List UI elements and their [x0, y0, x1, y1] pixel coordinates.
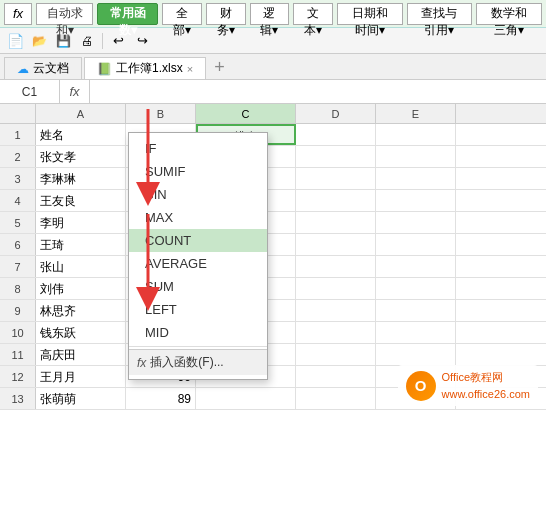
- col-header-c[interactable]: C: [196, 104, 296, 123]
- cell-b13[interactable]: 89: [126, 388, 196, 409]
- cell-a8[interactable]: 刘伟: [36, 278, 126, 299]
- text-btn[interactable]: 文本▾: [293, 3, 333, 25]
- cell-d5[interactable]: [296, 212, 376, 233]
- cell-d10[interactable]: [296, 322, 376, 343]
- cell-d9[interactable]: [296, 300, 376, 321]
- dropdown-item-sum[interactable]: SUM: [129, 275, 267, 298]
- dropdown-item-max[interactable]: MAX: [129, 206, 267, 229]
- row-num: 1: [0, 124, 36, 145]
- cell-e6[interactable]: [376, 234, 456, 255]
- cell-a2[interactable]: 张文孝: [36, 146, 126, 167]
- table-row: 3 李琳琳 82: [0, 168, 546, 190]
- cell-d2[interactable]: [296, 146, 376, 167]
- dropdown-item-sumif[interactable]: SUMIF: [129, 160, 267, 183]
- row-num: 8: [0, 278, 36, 299]
- modified-indicator: ×: [187, 63, 193, 75]
- fx-label: fx: [60, 80, 90, 103]
- cell-a6[interactable]: 王琦: [36, 234, 126, 255]
- formula-input[interactable]: [90, 85, 546, 99]
- cell-a4[interactable]: 王友良: [36, 190, 126, 211]
- table-row: 2 张文孝 95: [0, 146, 546, 168]
- insert-function-btn[interactable]: fx: [4, 3, 32, 25]
- all-btn[interactable]: 全部▾: [162, 3, 202, 25]
- formula-bar: C1 fx: [0, 80, 546, 104]
- cell-d12[interactable]: [296, 366, 376, 387]
- new-btn[interactable]: 📄: [4, 31, 26, 51]
- row-num: 11: [0, 344, 36, 365]
- cell-a9[interactable]: 林思齐: [36, 300, 126, 321]
- watermark-text: Office教程网 www.office26.com: [442, 369, 530, 402]
- cell-e5[interactable]: [376, 212, 456, 233]
- cell-e11[interactable]: [376, 344, 456, 365]
- print-btn[interactable]: 🖨: [76, 31, 98, 51]
- row-num: 5: [0, 212, 36, 233]
- col-header-a[interactable]: A: [36, 104, 126, 123]
- name-box[interactable]: C1: [0, 80, 60, 103]
- cloud-icon: ☁: [17, 62, 29, 76]
- row-num: 7: [0, 256, 36, 277]
- cell-e2[interactable]: [376, 146, 456, 167]
- row-num: 2: [0, 146, 36, 167]
- cell-a10[interactable]: 钱东跃: [36, 322, 126, 343]
- dropdown-insert-function[interactable]: fx 插入函数(F)...: [129, 349, 267, 375]
- logic-btn[interactable]: 逻辑▾: [250, 3, 290, 25]
- table-row: 11 高庆田 50: [0, 344, 546, 366]
- cell-e9[interactable]: [376, 300, 456, 321]
- cell-a3[interactable]: 李琳琳: [36, 168, 126, 189]
- row-num: 13: [0, 388, 36, 409]
- dropdown-menu: IF SUMIF SIN MAX COUNT AVERAGE SUM LEFT …: [128, 132, 268, 380]
- cell-d7[interactable]: [296, 256, 376, 277]
- lookup-btn[interactable]: 查找与引用▾: [407, 3, 473, 25]
- cell-a1[interactable]: 姓名: [36, 124, 126, 145]
- cell-e1[interactable]: [376, 124, 456, 145]
- table-row: 9 林思齐 93: [0, 300, 546, 322]
- common-func-btn[interactable]: 常用函数▾: [97, 3, 158, 25]
- finance-btn[interactable]: 财务▾: [206, 3, 246, 25]
- tab-workbook[interactable]: 📗 工作簿1.xlsx ×: [84, 57, 206, 79]
- dropdown-item-left[interactable]: LEFT: [129, 298, 267, 321]
- new-tab-btn[interactable]: +: [208, 55, 231, 79]
- cell-a5[interactable]: 李明: [36, 212, 126, 233]
- col-header-b[interactable]: B: [126, 104, 196, 123]
- undo-btn[interactable]: ↩: [107, 31, 129, 51]
- cell-d11[interactable]: [296, 344, 376, 365]
- row-num: 3: [0, 168, 36, 189]
- insert-fx-icon: fx: [137, 356, 146, 370]
- cell-a12[interactable]: 王月月: [36, 366, 126, 387]
- cell-e8[interactable]: [376, 278, 456, 299]
- dropdown-item-sin[interactable]: SIN: [129, 183, 267, 206]
- cell-e3[interactable]: [376, 168, 456, 189]
- cell-a13[interactable]: 张萌萌: [36, 388, 126, 409]
- watermark: O Office教程网 www.office26.com: [398, 365, 538, 406]
- dropdown-item-if[interactable]: IF: [129, 137, 267, 160]
- open-btn[interactable]: 📂: [28, 31, 50, 51]
- cell-c13[interactable]: [196, 388, 296, 409]
- table-row: 5 李明 92: [0, 212, 546, 234]
- cell-a7[interactable]: 张山: [36, 256, 126, 277]
- cell-e4[interactable]: [376, 190, 456, 211]
- dropdown-item-average[interactable]: AVERAGE: [129, 252, 267, 275]
- tab-cloud-doc[interactable]: ☁ 云文档: [4, 57, 82, 79]
- row-num: 6: [0, 234, 36, 255]
- cell-d1[interactable]: [296, 124, 376, 145]
- cell-d13[interactable]: [296, 388, 376, 409]
- redo-btn[interactable]: ↪: [131, 31, 153, 51]
- col-header-e[interactable]: E: [376, 104, 456, 123]
- table-row: 8 刘伟 87: [0, 278, 546, 300]
- math-btn[interactable]: 数学和三角▾: [476, 3, 542, 25]
- cell-e7[interactable]: [376, 256, 456, 277]
- row-num: 9: [0, 300, 36, 321]
- datetime-btn[interactable]: 日期和时间▾: [337, 3, 403, 25]
- cell-e10[interactable]: [376, 322, 456, 343]
- col-header-d[interactable]: D: [296, 104, 376, 123]
- cell-d6[interactable]: [296, 234, 376, 255]
- cell-d3[interactable]: [296, 168, 376, 189]
- save-btn[interactable]: 💾: [52, 31, 74, 51]
- dropdown-item-mid[interactable]: MID: [129, 321, 267, 344]
- autosum-btn[interactable]: 自动求和▾: [36, 3, 93, 25]
- dropdown-item-count[interactable]: COUNT: [129, 229, 267, 252]
- cell-d4[interactable]: [296, 190, 376, 211]
- table-row: 7 张山 53: [0, 256, 546, 278]
- cell-d8[interactable]: [296, 278, 376, 299]
- cell-a11[interactable]: 高庆田: [36, 344, 126, 365]
